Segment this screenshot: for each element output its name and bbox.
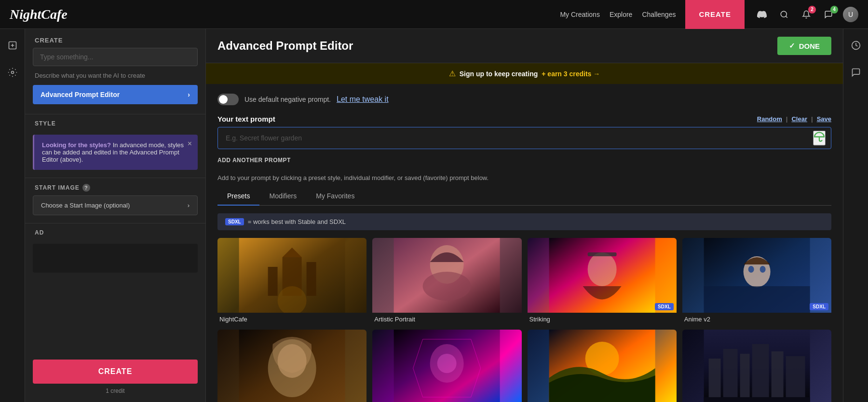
tab-modifiers[interactable]: Modifiers: [259, 187, 306, 206]
right-side-icons: [843, 29, 868, 402]
style-img-striking: [528, 238, 677, 313]
banner-text: Sign up to keep creating: [460, 70, 538, 78]
prompt-actions: Random | Clear | Save: [757, 115, 831, 123]
prompt-input-wrap: [25, 48, 205, 72]
done-button[interactable]: ✓ DONE: [777, 37, 831, 55]
avatar[interactable]: U: [843, 7, 858, 22]
add-another-prompt-button[interactable]: ADD ANOTHER PROMPT: [217, 154, 291, 166]
style-img-nightcafe: [217, 238, 366, 313]
sdxl-badge: SDXL: [225, 218, 244, 225]
style-item-portrait[interactable]: Artistic Portrait: [372, 238, 521, 324]
negative-prompt-row: Use default negative prompt. Let me twea…: [217, 94, 831, 105]
style-name-anime: Anime v2: [682, 313, 831, 324]
svg-point-0: [781, 11, 787, 17]
toggle-knob: [219, 95, 228, 104]
settings-icon-btn[interactable]: [4, 64, 21, 81]
style-item-7[interactable]: [528, 330, 677, 402]
svg-point-13: [587, 252, 616, 286]
chat-icon-btn[interactable]: [847, 64, 865, 81]
svg-point-17: [748, 266, 754, 273]
search-icon[interactable]: [776, 7, 792, 22]
right-content: Advanced Prompt Editor ✓ DONE ⚠ Sign up …: [206, 29, 843, 402]
neg-prompt-toggle[interactable]: [217, 94, 239, 105]
tab-presets[interactable]: Presets: [217, 187, 259, 206]
text-prompt-section: Your text prompt Random | Clear | Save: [217, 115, 831, 123]
history-icon-btn[interactable]: [847, 37, 865, 54]
ad-section-label: AD: [25, 223, 205, 240]
style-img-7: [528, 330, 677, 402]
sdxl-badge-anime: SDXL: [810, 303, 828, 310]
warning-icon: ⚠: [449, 69, 456, 78]
svg-rect-19: [704, 286, 810, 313]
messages-badge: 4: [830, 6, 838, 14]
help-icon[interactable]: ?: [82, 184, 90, 192]
style-img-portrait: [372, 238, 521, 313]
style-item-nightcafe[interactable]: NightCafe: [217, 238, 366, 324]
style-name-striking: Striking: [528, 313, 677, 324]
style-name-portrait: Artistic Portrait: [372, 313, 521, 324]
icon-sidebar: [0, 29, 25, 402]
create-section-label: CREATE: [25, 29, 205, 48]
svg-rect-29: [708, 359, 720, 402]
tabs-row: Presets Modifiers My Favorites: [217, 187, 831, 206]
style-card-close[interactable]: ×: [188, 139, 192, 148]
choose-start-image-button[interactable]: Choose a Start Image (optional) ›: [33, 195, 198, 215]
style-grid: NightCafe Artistic Portrait: [217, 238, 831, 402]
svg-rect-33: [771, 351, 783, 402]
text-prompt-input-wrap: [217, 127, 831, 149]
discord-icon[interactable]: [754, 7, 770, 22]
svg-point-18: [760, 266, 765, 273]
style-img-5: [217, 330, 366, 402]
editor-title: Advanced Prompt Editor: [217, 39, 353, 53]
avatar-inner: U: [843, 7, 858, 22]
tweak-link[interactable]: Let me tweak it: [337, 95, 389, 104]
nav-icons: 2 4 U: [754, 7, 858, 22]
signup-banner: ⚠ Sign up to keep creating + earn 3 cred…: [206, 63, 843, 84]
style-item-6[interactable]: [372, 330, 521, 402]
svg-point-2: [11, 71, 14, 74]
topnav-create-button[interactable]: CREATE: [685, 0, 745, 29]
nav-explore[interactable]: Explore: [610, 11, 632, 18]
checkmark-icon: ✓: [789, 42, 795, 50]
style-name-nightcafe: NightCafe: [217, 313, 366, 324]
create-icon-btn[interactable]: [4, 37, 21, 54]
save-link[interactable]: Save: [817, 115, 831, 123]
tab-my-favorites[interactable]: My Favorites: [306, 187, 364, 206]
clear-link[interactable]: Clear: [791, 115, 807, 123]
prompt-description: Describe what you want the AI to create: [25, 72, 205, 85]
svg-rect-31: [740, 354, 749, 402]
svg-point-11: [423, 272, 471, 301]
style-section-label: STYLE: [25, 114, 205, 131]
svg-rect-14: [587, 252, 616, 256]
banner-earn-credits-link[interactable]: + earn 3 credits →: [542, 70, 600, 78]
svg-point-25: [437, 354, 457, 373]
svg-rect-32: [752, 344, 769, 402]
editor-body: Use default negative prompt. Let me twea…: [206, 84, 843, 402]
style-item-5[interactable]: [217, 330, 366, 402]
style-info-card: Looking for the styles? In advanced mode…: [33, 135, 198, 170]
main-create-button[interactable]: CREATE: [33, 360, 198, 384]
nav-my-creations[interactable]: My Creations: [560, 11, 599, 18]
editor-topbar: Advanced Prompt Editor ✓ DONE: [206, 29, 843, 63]
svg-rect-34: [786, 356, 805, 402]
svg-rect-4: [268, 267, 278, 296]
style-item-8[interactable]: [682, 330, 831, 402]
style-item-striking[interactable]: SDXL Striking: [528, 238, 677, 324]
main-prompt-input[interactable]: [33, 48, 198, 66]
sdxl-badge-striking: SDXL: [655, 303, 674, 310]
sdxl-notice: SDXL = works best with Stable and SDXL: [217, 213, 831, 230]
ad-placeholder: [33, 244, 198, 273]
random-link[interactable]: Random: [757, 115, 782, 123]
generate-icon-button[interactable]: [813, 131, 826, 146]
text-prompt-input[interactable]: [217, 127, 831, 149]
logo: NightCafe: [10, 7, 68, 22]
notifications-icon[interactable]: 2: [799, 7, 814, 22]
messages-icon[interactable]: 4: [821, 7, 836, 22]
style-img-8: [682, 330, 831, 402]
advanced-prompt-editor-button[interactable]: Advanced Prompt Editor ›: [33, 85, 198, 104]
notification-badge: 2: [808, 6, 816, 14]
credit-info: 1 credit: [33, 388, 198, 394]
style-item-anime[interactable]: SDXL Anime v2: [682, 238, 831, 324]
nav-challenges[interactable]: Challenges: [642, 11, 676, 18]
neg-prompt-label: Use default negative prompt.: [244, 96, 331, 103]
